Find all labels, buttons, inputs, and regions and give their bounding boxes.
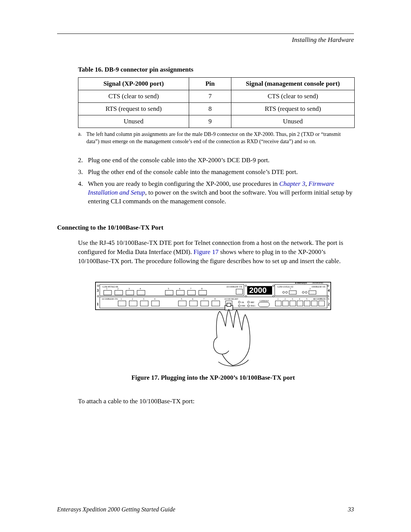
- step-text: Plug the other end of the console cable …: [88, 168, 354, 177]
- svg-point-70: [97, 285, 99, 286]
- svg-text:7: 7: [190, 288, 191, 290]
- svg-rect-43: [190, 301, 198, 306]
- section-heading: Connecting to the 10/100Base-TX Port: [57, 224, 354, 232]
- svg-text:2: 2: [118, 288, 119, 290]
- svg-text:3: 3: [292, 298, 293, 300]
- svg-text:8: 8: [214, 298, 215, 300]
- cell-signal-mgmt: RTS (request to send): [231, 103, 355, 115]
- card-label: G2M-HTX62-08: [102, 286, 118, 288]
- doc-title: Enterasys Xpedition 2000 Getting Started…: [57, 506, 175, 513]
- running-header: Installing the Hardware: [57, 36, 354, 44]
- svg-text:5: 5: [181, 298, 182, 300]
- svg-rect-16: [188, 290, 196, 295]
- svg-point-73: [245, 296, 247, 297]
- footnote-text: The left hand column pin assignments are…: [86, 131, 350, 145]
- step-number: 4.: [78, 180, 88, 206]
- step4-pre: When you are ready to begin configuring …: [88, 180, 279, 187]
- page-number: 33: [348, 506, 354, 513]
- table-row: Unused 9 Unused: [78, 115, 355, 128]
- header-rule: [57, 34, 354, 34]
- svg-text:5: 5: [306, 298, 307, 300]
- figure-reference-link[interactable]: Figure 17: [194, 248, 219, 256]
- cell-pin: 9: [189, 115, 231, 128]
- svg-rect-67: [304, 301, 310, 306]
- svg-text:4: 4: [154, 298, 155, 300]
- slot-2: 2: [328, 302, 330, 306]
- slot-1: 1: [97, 302, 99, 306]
- svg-point-49: [247, 301, 249, 303]
- svg-rect-66: [297, 301, 303, 306]
- figure-17: G2M-HTX62-08 10/100BASE-TX 1 2 3 4 5 6 7…: [95, 282, 331, 382]
- svg-text:OK: OK: [241, 301, 244, 304]
- slot-4: 4: [328, 288, 330, 292]
- svg-point-47: [238, 301, 240, 303]
- cell-pin: 8: [189, 103, 231, 115]
- svg-text:1: 1: [290, 288, 291, 290]
- section-paragraph: Use the RJ-45 10/100Base-TX DTE port for…: [78, 238, 352, 265]
- svg-rect-42: [178, 301, 186, 306]
- chapter-link[interactable]: Chapter 3: [279, 180, 305, 187]
- card-label-right: G2M-GSXA1-02: [277, 286, 293, 288]
- svg-text:2: 2: [285, 298, 286, 300]
- svg-rect-14: [165, 290, 173, 295]
- bottom-left-label: 10/100BASE-TX: [102, 298, 118, 300]
- col-header-signal-xp: Signal (XP-2000 port): [78, 78, 189, 90]
- step-text: Plug one end of the console cable into t…: [88, 156, 354, 165]
- svg-rect-68: [311, 301, 317, 306]
- cell-signal-mgmt: Unused: [231, 115, 355, 128]
- brand-left: Enterasys: [295, 282, 307, 284]
- svg-rect-39: [129, 301, 137, 306]
- svg-text:2: 2: [132, 298, 133, 300]
- cell-pin: 7: [189, 90, 231, 103]
- table-row: RTS (request to send) 8 RTS (request to …: [78, 103, 355, 115]
- svg-text:7: 7: [203, 298, 204, 300]
- svg-rect-41: [151, 301, 159, 306]
- device-illustration: G2M-HTX62-08 10/100BASE-TX 1 2 3 4 5 6 7…: [95, 282, 331, 367]
- svg-rect-45: [212, 301, 220, 306]
- figure-caption: Figure 17. Plugging into the XP-2000’s 1…: [95, 374, 331, 382]
- svg-rect-40: [140, 301, 148, 306]
- svg-point-24: [285, 291, 287, 293]
- step4-mid: ,: [305, 180, 309, 187]
- svg-text:3: 3: [143, 298, 144, 300]
- svg-rect-10: [104, 290, 112, 295]
- table-caption: Table 16. DB-9 connector pin assignments: [78, 66, 354, 73]
- svg-rect-63: [276, 301, 282, 306]
- step-2: 2. Plug one end of the console cable int…: [78, 156, 354, 165]
- svg-text:4: 4: [140, 288, 141, 290]
- svg-rect-69: [319, 301, 325, 306]
- step-number: 2.: [78, 156, 88, 165]
- svg-text:1: 1: [277, 298, 279, 300]
- svg-rect-25: [289, 291, 296, 294]
- page-footer: Enterasys Xpedition 2000 Getting Started…: [57, 506, 354, 513]
- svg-text:HBT: HBT: [250, 301, 255, 304]
- iface-label: 1000BASE-SX: [311, 286, 326, 288]
- svg-text:2: 2: [309, 288, 311, 290]
- svg-text:ERR: ERR: [241, 305, 245, 307]
- svg-point-26: [302, 291, 304, 293]
- step-4: 4. When you are ready to begin configuri…: [78, 180, 354, 206]
- svg-text:3: 3: [129, 288, 130, 290]
- svg-rect-55: [258, 302, 269, 307]
- page: Installing the Hardware Table 16. DB-9 c…: [0, 0, 411, 532]
- svg-point-53: [247, 305, 249, 307]
- svg-text:4: 4: [299, 298, 300, 300]
- svg-rect-12: [126, 290, 134, 295]
- svg-rect-28: [309, 291, 316, 294]
- slot-3: 3: [97, 288, 99, 292]
- svg-point-71: [97, 296, 99, 297]
- cell-signal-xp: Unused: [78, 115, 189, 128]
- svg-text:1: 1: [121, 298, 122, 300]
- table-header-row: Signal (XP-2000 port) Pin Signal (manage…: [78, 78, 355, 90]
- svg-rect-65: [290, 301, 296, 306]
- svg-point-77: [327, 296, 329, 297]
- svg-rect-15: [177, 290, 185, 295]
- table-row: CTS (clear to send) 7 CTS (clear to send…: [78, 90, 355, 103]
- svg-text:6: 6: [192, 298, 193, 300]
- col-header-pin: Pin: [189, 78, 231, 90]
- cell-signal-xp: CTS (clear to send): [78, 90, 189, 103]
- table-footnote: a. The left hand column pin assignments …: [78, 131, 350, 145]
- step-text: When you are ready to begin configuring …: [88, 180, 354, 206]
- mgmt-label: 10/100 MGMT: [224, 298, 238, 300]
- procedure-steps: 2. Plug one end of the console cable int…: [78, 156, 354, 206]
